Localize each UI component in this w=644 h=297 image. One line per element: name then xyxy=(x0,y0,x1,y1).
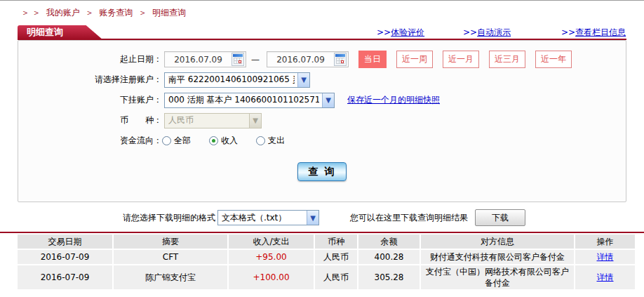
link-auto-demo[interactable]: >>自动演示 xyxy=(463,27,511,39)
cell-counterparty: 支付宝（中国）网络技术有限公司客户备付金 xyxy=(421,265,574,289)
cell-currency: 人民币 xyxy=(315,265,357,289)
quick-button-last-month[interactable]: 近一月 xyxy=(443,51,479,68)
currency-select-disabled: 人民币 ▼ xyxy=(164,113,262,128)
cell-date: 2016-07-09 xyxy=(18,250,112,264)
register-account-row: 请选择注册账户： 南平 6222001406100921065 灵通卡 ▼ xyxy=(18,70,626,90)
fund-flow-row: 资金流向： 全部 收入 支出 xyxy=(18,131,626,151)
fund-flow-label: 资金流向： xyxy=(18,135,162,147)
breadcrumb-lead: ＞ ＞ xyxy=(21,8,41,18)
tab-underline xyxy=(18,39,626,40)
chevron-down-icon: ▼ xyxy=(297,73,309,87)
radio-icon[interactable] xyxy=(209,136,218,145)
table-row: 2016-07-09 陈广锦支付宝 +100.00 人民币 305.28 支付宝… xyxy=(18,265,635,289)
flow-option-income[interactable]: 收入 xyxy=(209,135,238,147)
download-format-select[interactable]: 文本格式（.txt） ▼ xyxy=(217,210,319,225)
cell-amount: +95.00 xyxy=(229,250,314,264)
page-top-divider xyxy=(0,0,644,1)
col-header-currency: 币种 xyxy=(315,235,357,249)
currency-label: 币 种： xyxy=(18,114,162,126)
quick-button-today[interactable]: 当日 xyxy=(358,51,387,68)
date-separator: — xyxy=(251,55,260,65)
breadcrumb: ＞ ＞ 我的账户 ＞ 账务查询 ＞ 明细查询 xyxy=(21,7,644,19)
query-button[interactable]: 查 询 xyxy=(297,162,347,181)
transaction-table: 交易日期 摘要 收入/支出 币种 余额 对方信息 操作 2016-07-09 C… xyxy=(16,233,636,291)
breadcrumb-item-account-query[interactable]: 账务查询 xyxy=(99,8,133,18)
col-header-summary: 摘要 xyxy=(114,235,227,249)
flow-option-all[interactable]: 全部 xyxy=(162,135,191,147)
table-row: 2016-07-09 CFT +95.00 人民币 400.28 财付通支付科技… xyxy=(18,250,635,264)
sub-account-label: 下挂账户： xyxy=(18,94,162,106)
table-header-row: 交易日期 摘要 收入/支出 币种 余额 对方信息 操作 xyxy=(18,235,635,249)
link-view-column-info[interactable]: >>查看栏目信息 xyxy=(561,27,626,39)
breadcrumb-separator: ＞ xyxy=(85,8,93,18)
download-button[interactable]: 下载 xyxy=(475,209,525,226)
date-from-input[interactable]: 2016.07.09 xyxy=(164,51,246,67)
cell-action: 详情 xyxy=(575,250,635,264)
breadcrumb-item-detail-query[interactable]: 明细查询 xyxy=(152,8,186,18)
col-header-balance: 余额 xyxy=(358,235,420,249)
tab-detail-query[interactable]: 明细查询 xyxy=(18,25,103,40)
cell-date: 2016-07-09 xyxy=(18,265,112,289)
download-row: 请您选择下载明细的格式 文本格式（.txt） ▼ 您可以在这里下载查询明细结果 … xyxy=(123,209,644,226)
register-account-select[interactable]: 南平 6222001406100921065 灵通卡 ▼ xyxy=(164,72,310,88)
breadcrumb-separator: ＞ xyxy=(138,8,147,18)
col-header-action: 操作 xyxy=(575,235,635,249)
cell-summary: CFT xyxy=(114,250,227,264)
sub-account-select[interactable]: 000 活期 基本户 1406600101102571848 ▼ xyxy=(164,93,335,108)
breadcrumb-item-my-account[interactable]: 我的账户 xyxy=(46,8,80,18)
date-to-input[interactable]: 2016.07.09 xyxy=(267,51,349,67)
cell-action: 详情 xyxy=(575,265,635,289)
cell-balance: 305.28 xyxy=(358,265,420,289)
currency-row: 币 种： 人民币 ▼ xyxy=(18,110,626,131)
cell-currency: 人民币 xyxy=(315,250,357,264)
cell-counterparty: 财付通支付科技有限公司客户备付金 xyxy=(421,250,574,264)
quick-button-last-year[interactable]: 近一年 xyxy=(535,51,572,68)
detail-link[interactable]: 详情 xyxy=(597,252,614,262)
query-form-panel: 起止日期： 2016.07.09 — 2016.07.09 当日 近一周 近一月… xyxy=(18,40,626,202)
link-experience-rating[interactable]: >>体验评价 xyxy=(377,27,424,39)
radio-icon[interactable] xyxy=(162,136,171,145)
radio-icon[interactable] xyxy=(256,136,265,145)
download-format-label: 请您选择下载明细的格式 xyxy=(123,212,215,224)
col-header-amount: 收入/支出 xyxy=(229,235,314,249)
calendar-icon[interactable] xyxy=(334,53,347,66)
date-range-label: 起止日期： xyxy=(18,53,162,65)
quick-button-last-week[interactable]: 近一周 xyxy=(396,51,433,68)
tab-bar: 明细查询 >>体验评价 >>自动演示 >>查看栏目信息 xyxy=(0,25,644,40)
chevron-down-icon: ▼ xyxy=(307,211,318,225)
date-range-row: 起止日期： 2016.07.09 — 2016.07.09 当日 近一周 近一月… xyxy=(18,49,626,70)
col-header-date: 交易日期 xyxy=(18,235,112,249)
sub-account-row: 下挂账户： 000 活期 基本户 1406600101102571848 ▼ 保… xyxy=(18,90,626,110)
col-header-counterparty: 对方信息 xyxy=(421,235,574,249)
detail-link[interactable]: 详情 xyxy=(597,272,614,282)
chevron-down-icon: ▼ xyxy=(322,93,334,107)
cell-summary: 陈广锦支付宝 xyxy=(114,265,227,289)
quick-button-last-quarter[interactable]: 近三月 xyxy=(489,51,525,68)
register-account-label: 请选择注册账户： xyxy=(18,74,162,86)
cell-amount: +100.00 xyxy=(229,265,314,289)
calendar-icon[interactable] xyxy=(232,53,244,66)
cell-balance: 400.28 xyxy=(358,250,420,264)
flow-option-expense[interactable]: 支出 xyxy=(256,135,285,147)
save-snapshot-link[interactable]: 保存近一个月的明细快照 xyxy=(347,94,440,106)
download-hint: 您可以在这里下载查询明细结果 xyxy=(350,212,468,224)
chevron-down-icon: ▼ xyxy=(249,114,261,128)
